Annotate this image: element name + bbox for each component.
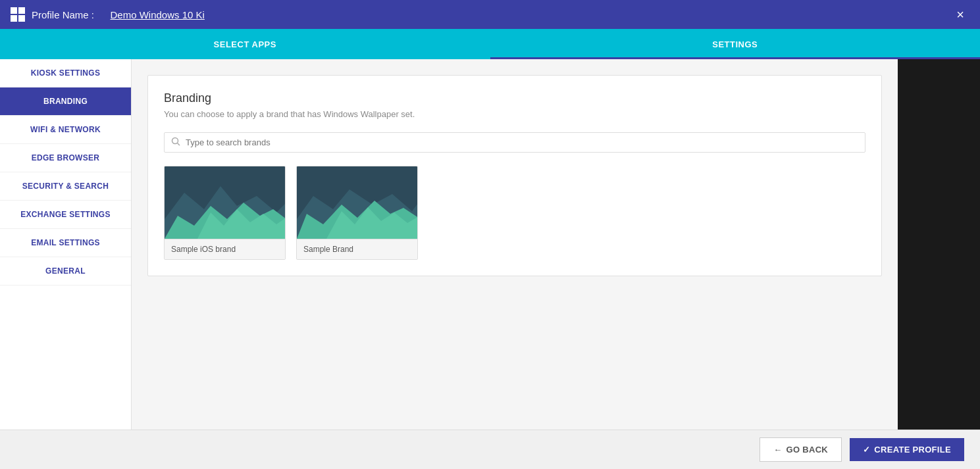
check-icon: ✓ xyxy=(863,445,870,455)
back-arrow-icon: ← xyxy=(773,445,782,455)
content-panel: Branding You can choose to apply a brand… xyxy=(147,75,882,276)
search-bar xyxy=(164,132,865,153)
svg-rect-0 xyxy=(11,7,17,14)
svg-rect-1 xyxy=(18,7,25,14)
sidebar-item-security-label: SECURITY & SEARCH xyxy=(22,182,109,191)
sidebar-item-edge-label: EDGE BROWSER xyxy=(32,153,100,162)
tab-settings[interactable]: SETTINGS xyxy=(490,29,981,59)
brand-card-ios[interactable]: Sample iOS brand xyxy=(164,166,286,260)
sidebar-item-exchange-settings[interactable]: EXCHANGE SETTINGS xyxy=(0,201,131,229)
tab-settings-label: SETTINGS xyxy=(712,39,758,49)
content-area: Branding You can choose to apply a brand… xyxy=(132,59,898,430)
search-icon xyxy=(171,137,180,148)
tab-select-apps-label: SELECT APPS xyxy=(214,39,276,49)
sidebar-item-general-label: GENERAL xyxy=(45,266,86,276)
svg-point-4 xyxy=(172,138,178,144)
profile-label: Profile Name : xyxy=(32,9,94,20)
sidebar-item-general[interactable]: GENERAL xyxy=(0,257,131,285)
sidebar-item-email-settings[interactable]: EMAIL SETTINGS xyxy=(0,229,131,257)
tab-select-apps[interactable]: SELECT APPS xyxy=(0,29,490,59)
go-back-button[interactable]: ← GO BACK xyxy=(760,437,842,462)
svg-rect-3 xyxy=(18,15,25,22)
branding-title: Branding xyxy=(164,91,865,105)
tab-bar: SELECT APPS SETTINGS xyxy=(0,29,980,59)
footer: ← GO BACK ✓ CREATE PROFILE xyxy=(0,430,980,469)
title-bar: Profile Name : Demo Windows 10 Ki × xyxy=(0,0,980,29)
svg-rect-2 xyxy=(11,15,17,22)
create-profile-button[interactable]: ✓ CREATE PROFILE xyxy=(850,438,964,461)
sidebar-item-kiosk-settings[interactable]: KIOSK SETTINGS xyxy=(0,59,131,87)
sidebar-item-wifi-label: WIFI & NETWORK xyxy=(30,125,101,134)
right-panel xyxy=(898,59,980,430)
create-profile-label: CREATE PROFILE xyxy=(874,445,951,455)
brand-card-sample-image xyxy=(297,166,418,239)
brand-card-ios-image xyxy=(165,166,286,239)
windows-icon xyxy=(11,7,25,22)
branding-subtitle: You can choose to apply a brand that has… xyxy=(164,109,865,119)
sidebar-item-kiosk-settings-label: KIOSK SETTINGS xyxy=(31,68,101,78)
sidebar: KIOSK SETTINGS BRANDING WIFI & NETWORK E… xyxy=(0,59,132,430)
close-button[interactable]: × xyxy=(951,5,969,25)
brand-card-sample[interactable]: Sample Brand xyxy=(296,166,418,260)
title-bar-left: Profile Name : Demo Windows 10 Ki xyxy=(11,7,205,22)
sidebar-item-branding-label: BRANDING xyxy=(43,97,88,106)
brand-cards: Sample iOS brand Sample xyxy=(164,166,865,260)
sidebar-item-email-label: EMAIL SETTINGS xyxy=(31,238,100,247)
sidebar-item-edge-browser[interactable]: EDGE BROWSER xyxy=(0,144,131,172)
svg-line-5 xyxy=(178,143,180,146)
search-input[interactable] xyxy=(186,137,858,147)
brand-card-sample-label: Sample Brand xyxy=(297,239,417,259)
sidebar-item-branding[interactable]: BRANDING xyxy=(0,87,131,116)
go-back-label: GO BACK xyxy=(787,445,829,455)
sidebar-item-exchange-label: EXCHANGE SETTINGS xyxy=(20,210,110,219)
profile-name: Demo Windows 10 Ki xyxy=(111,9,205,20)
brand-card-ios-label: Sample iOS brand xyxy=(165,239,285,259)
sidebar-item-security-search[interactable]: SECURITY & SEARCH xyxy=(0,172,131,201)
sidebar-item-wifi-network[interactable]: WIFI & NETWORK xyxy=(0,116,131,144)
